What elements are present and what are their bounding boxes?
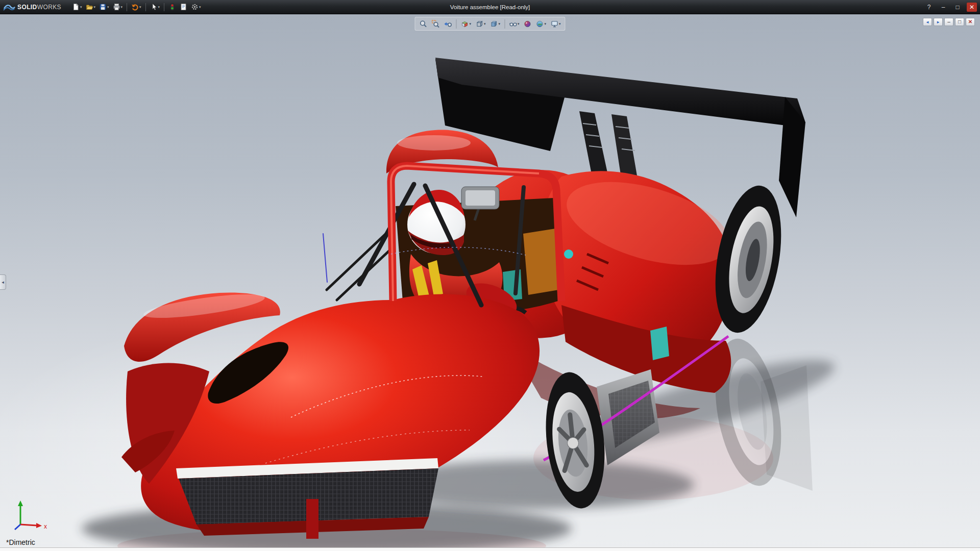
- save-button[interactable]: ▾: [97, 2, 111, 13]
- dropdown-arrow-icon[interactable]: ▾: [518, 22, 520, 26]
- hide-show-items-button[interactable]: ▾: [507, 18, 521, 30]
- cyan-door-panel: [650, 327, 669, 360]
- undo-icon: [131, 3, 139, 11]
- dropdown-arrow-icon[interactable]: ▾: [158, 5, 160, 9]
- model-render: [0, 14, 980, 551]
- save-icon: [99, 3, 107, 11]
- section-view-icon: [460, 20, 469, 28]
- z-axis: [15, 524, 20, 530]
- section-view-button[interactable]: ▾: [459, 18, 473, 30]
- zoom-to-area-button[interactable]: [430, 18, 441, 30]
- edit-appearance-button[interactable]: [522, 18, 533, 30]
- view-orientation-button[interactable]: ▾: [474, 18, 487, 30]
- window-controls: ? – □ ✕: [924, 3, 977, 12]
- splitter-pylon: [306, 499, 318, 539]
- title-bar: SOLIDWORKS ▾ ▾ ▾: [0, 0, 980, 14]
- apply-scene-icon: [536, 20, 544, 28]
- new-document-button[interactable]: ▾: [70, 2, 84, 13]
- document-minimize-button[interactable]: –: [944, 18, 953, 26]
- dropdown-arrow-icon[interactable]: ▾: [121, 5, 123, 9]
- window-title: Voiture assemblee [Read-only]: [450, 4, 530, 10]
- previous-view-button[interactable]: [442, 18, 453, 30]
- maximize-button[interactable]: □: [952, 3, 963, 12]
- select-button[interactable]: ▾: [149, 2, 162, 13]
- cyan-fitting: [564, 249, 573, 259]
- display-style-icon: [489, 20, 498, 28]
- rebuild-stoplight-icon: [168, 3, 176, 11]
- dropdown-arrow-icon[interactable]: ▾: [139, 5, 141, 9]
- open-folder-icon: [86, 3, 93, 11]
- toolbar-separator: [504, 19, 505, 29]
- dropdown-arrow-icon[interactable]: ▾: [498, 22, 500, 26]
- view-settings-button[interactable]: ▾: [549, 18, 562, 30]
- 3ds-logo-icon: [3, 3, 15, 11]
- zoom-to-fit-icon: [419, 20, 427, 28]
- document-restore-button[interactable]: □: [955, 18, 964, 26]
- dropdown-arrow-icon[interactable]: ▾: [199, 5, 201, 9]
- view-orientation-icon: [475, 20, 483, 28]
- options-gear-icon: [191, 3, 199, 11]
- help-button[interactable]: ?: [924, 3, 934, 12]
- previous-document-button[interactable]: ◂: [923, 18, 932, 26]
- previous-view-icon: [444, 20, 452, 28]
- toolbar-separator: [127, 3, 127, 11]
- file-properties-icon: [180, 3, 187, 11]
- dropdown-arrow-icon[interactable]: ▾: [484, 22, 486, 26]
- print-icon: [113, 3, 120, 11]
- graphics-viewport[interactable]: ▾ ▾ ▾: [0, 14, 980, 551]
- zoom-to-fit-button[interactable]: [418, 18, 429, 30]
- display-style-button[interactable]: ▾: [488, 18, 502, 30]
- document-window-controls: ◂ ▸ – □ ✕: [923, 18, 975, 26]
- undo-button[interactable]: ▾: [130, 2, 143, 13]
- minimize-button[interactable]: –: [938, 3, 948, 12]
- cockpit-orange-panel: [523, 229, 559, 295]
- x-axis: [20, 524, 37, 525]
- open-button[interactable]: ▾: [84, 2, 97, 13]
- dropdown-arrow-icon[interactable]: ▾: [107, 5, 109, 9]
- fender-highlight: [397, 135, 471, 151]
- dropdown-arrow-icon[interactable]: ▾: [80, 5, 82, 9]
- view-settings-icon: [550, 20, 558, 28]
- heads-up-toolbar: ▾ ▾ ▾: [414, 17, 565, 31]
- dropdown-arrow-icon[interactable]: ▾: [94, 5, 96, 9]
- dropdown-arrow-icon[interactable]: ▾: [469, 22, 471, 26]
- feature-panel-collapse-tab[interactable]: ◂: [0, 274, 6, 290]
- dropdown-arrow-icon[interactable]: ▾: [545, 22, 547, 26]
- close-button[interactable]: ✕: [967, 3, 977, 12]
- brand-name: SOLIDWORKS: [17, 4, 61, 11]
- options-button[interactable]: ▾: [189, 2, 203, 13]
- view-orientation-label: *Dimetric: [6, 538, 35, 546]
- toolbar-separator: [145, 3, 146, 11]
- next-document-button[interactable]: ▸: [934, 18, 943, 26]
- dropdown-arrow-icon[interactable]: ▾: [559, 22, 561, 26]
- solidworks-window: SOLIDWORKS ▾ ▾ ▾: [0, 0, 980, 551]
- toolbar-separator: [164, 3, 164, 11]
- hide-show-glasses-icon: [509, 20, 517, 28]
- new-document-icon: [72, 3, 80, 11]
- toolbar-separator: [456, 19, 456, 29]
- document-close-button[interactable]: ✕: [966, 18, 975, 26]
- zoom-to-area-icon: [431, 20, 439, 28]
- main-toolbar: ▾ ▾ ▾ ▾: [70, 2, 203, 13]
- file-properties-button[interactable]: [178, 2, 189, 13]
- select-cursor-icon: [150, 3, 158, 11]
- edit-appearance-icon: [524, 20, 532, 28]
- x-axis-label: x: [44, 523, 47, 530]
- rebuild-button[interactable]: [167, 2, 178, 13]
- apply-scene-button[interactable]: ▾: [534, 18, 548, 30]
- print-button[interactable]: ▾: [111, 2, 125, 13]
- solidworks-logo: SOLIDWORKS: [3, 3, 61, 11]
- status-bar-edge: [0, 547, 980, 551]
- orientation-triad: x: [11, 498, 52, 532]
